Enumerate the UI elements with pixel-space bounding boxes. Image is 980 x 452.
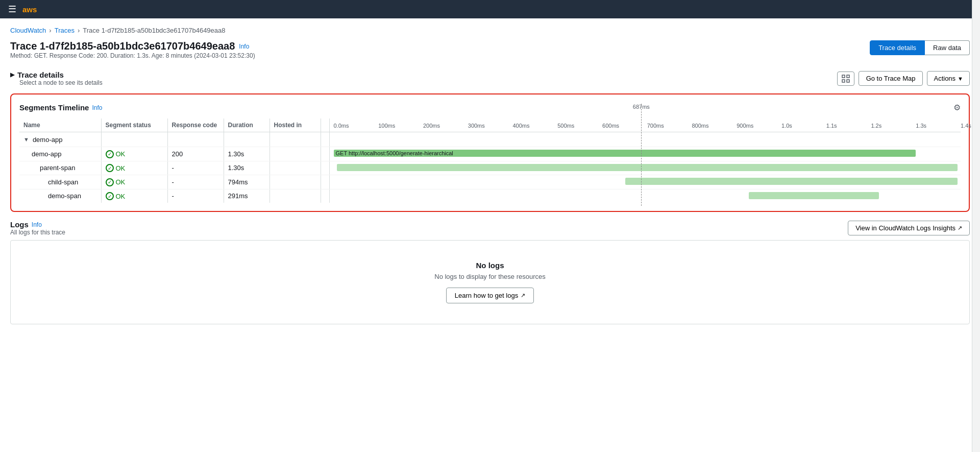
row-sep-demo-app bbox=[321, 147, 329, 161]
scale-1s: 1.0s bbox=[781, 123, 792, 129]
ok-label-parent: OK bbox=[116, 164, 126, 172]
row-name-parent-span: parent-span bbox=[19, 161, 101, 175]
trace-details-title: ▶ Trace details bbox=[10, 70, 103, 79]
page-header: Trace 1-d7f2b185-a50b1bdc3e61707b4649eaa… bbox=[10, 40, 970, 67]
logs-label: Logs bbox=[10, 220, 29, 229]
segments-timeline-box: Segments Timeline Info ⚙ Name Segment st… bbox=[10, 93, 970, 212]
row-timeline-demo-span bbox=[329, 189, 961, 203]
page-title: Trace 1-d7f2b185-a50b1bdc3e61707b4649eaa… bbox=[10, 40, 255, 52]
no-logs-title: No logs bbox=[476, 261, 504, 270]
row-status-parent-span: ✓ OK bbox=[101, 161, 167, 175]
timeline-bar-child-span bbox=[625, 178, 958, 185]
scrollbar[interactable] bbox=[972, 0, 980, 452]
segments-info-badge[interactable]: Info bbox=[92, 104, 102, 111]
row-name-demo-span: demo-span bbox=[19, 189, 101, 203]
row-response-parent-span: - bbox=[167, 161, 224, 175]
ok-label-child: OK bbox=[116, 178, 126, 186]
top-navigation-bar: ☰ aws bbox=[0, 0, 980, 18]
logs-header-row: Logs Info All logs for this trace View i… bbox=[10, 220, 970, 236]
row-name-demo-app: demo-app bbox=[19, 147, 101, 161]
col-header-hosted: Hosted in bbox=[270, 118, 321, 132]
row-name-demo-app-group: ▼ demo-app bbox=[19, 132, 101, 147]
row-hosted-demo-app bbox=[270, 147, 321, 161]
status-ok-badge-child: ✓ OK bbox=[106, 178, 126, 186]
col-header-response: Response code bbox=[167, 118, 224, 132]
info-badge[interactable]: Info bbox=[239, 43, 249, 50]
breadcrumb-sep-1: › bbox=[49, 27, 51, 34]
row-sep-demo-app-group bbox=[321, 132, 329, 147]
row-sep-parent-span bbox=[321, 161, 329, 175]
settings-icon[interactable]: ⚙ bbox=[953, 103, 961, 112]
ok-circle-icon: ✓ bbox=[106, 150, 114, 158]
row-response-child-span: - bbox=[167, 175, 224, 189]
svg-rect-2 bbox=[842, 80, 845, 82]
svg-rect-3 bbox=[847, 80, 849, 82]
actions-button[interactable]: Actions ▼ bbox=[927, 71, 970, 86]
scale-500ms: 500ms bbox=[557, 123, 574, 129]
col-header-timeline-scale: 0.0ms 100ms 200ms 300ms 400ms 500ms 600m… bbox=[329, 118, 961, 132]
trace-details-title-group: ▶ Trace details Select a node to see its… bbox=[10, 70, 103, 86]
scale-100ms: 100ms bbox=[378, 123, 395, 129]
row-duration-demo-app: 1.30s bbox=[224, 147, 270, 161]
ok-circle-icon-parent: ✓ bbox=[106, 164, 114, 172]
view-cloudwatch-insights-button[interactable]: View in CloudWatch Logs Insights ↗ bbox=[848, 221, 970, 235]
logs-subtitle: All logs for this trace bbox=[10, 229, 65, 236]
status-ok-badge-demo: ✓ OK bbox=[106, 192, 126, 200]
scale-1-4s: 1.4s bbox=[961, 123, 971, 129]
logs-section: Logs Info All logs for this trace View i… bbox=[10, 220, 970, 324]
row-name-child-span: child-span bbox=[19, 175, 101, 189]
fit-view-button[interactable] bbox=[837, 72, 854, 86]
status-ok-badge: ✓ OK bbox=[106, 150, 126, 158]
scale-700ms: 700ms bbox=[647, 123, 664, 129]
row-response-demo-app: 200 bbox=[167, 147, 224, 161]
table-row: ▼ demo-app 687ms bbox=[19, 132, 961, 147]
breadcrumb-trace-id: Trace 1-d7f2b185-a50b1bdc3e61707b4649eaa… bbox=[83, 27, 225, 34]
page-subtitle: Method: GET. Response Code: 200. Duratio… bbox=[10, 52, 255, 59]
raw-data-button[interactable]: Raw data bbox=[925, 40, 970, 55]
table-row: demo-app ✓ OK 200 1.30s GET bbox=[19, 147, 961, 161]
goto-trace-map-button[interactable]: Go to Trace Map bbox=[859, 71, 923, 86]
trace-details-subtitle: Select a node to see its details bbox=[19, 79, 103, 86]
trace-id-title: Trace 1-d7f2b185-a50b1bdc3e61707b4649eaa… bbox=[10, 40, 235, 52]
scale-900ms: 900ms bbox=[737, 123, 753, 129]
logs-section-title: Logs Info bbox=[10, 220, 65, 229]
row-timeline-demo-app-group: 687ms bbox=[329, 132, 961, 147]
scale-800ms: 800ms bbox=[692, 123, 708, 129]
logs-title-group: Logs Info All logs for this trace bbox=[10, 220, 65, 236]
chevron-down-icon: ▼ bbox=[958, 76, 963, 82]
scale-600ms: 600ms bbox=[602, 123, 619, 129]
scale-400ms: 400ms bbox=[512, 123, 529, 129]
row-hosted-child-span bbox=[270, 175, 321, 189]
row-status-child-span: ✓ OK bbox=[101, 175, 167, 189]
row-status-demo-span: ✓ OK bbox=[101, 189, 167, 203]
scale-0ms: 0.0ms bbox=[334, 123, 349, 129]
row-duration-demo-span: 291ms bbox=[224, 189, 270, 203]
ok-circle-icon-child: ✓ bbox=[106, 178, 114, 186]
hamburger-menu-icon[interactable]: ☰ bbox=[8, 4, 16, 15]
row-status-demo-app-group bbox=[101, 132, 167, 147]
breadcrumb-cloudwatch[interactable]: CloudWatch bbox=[10, 27, 46, 34]
timeline-bar-demo-app: GET http://localhost:5000/generate-hiera… bbox=[334, 150, 916, 157]
trace-details-button[interactable]: Trace details bbox=[870, 40, 925, 55]
expand-icon: ▶ bbox=[10, 72, 14, 78]
row-response-demo-app-group bbox=[167, 132, 224, 147]
row-duration-child-span: 794ms bbox=[224, 175, 270, 189]
view-insights-label: View in CloudWatch Logs Insights bbox=[855, 224, 955, 232]
learn-logs-label: Learn how to get logs bbox=[455, 292, 518, 299]
row-sep-demo-span bbox=[321, 189, 329, 203]
row-hosted-parent-span bbox=[270, 161, 321, 175]
page-title-group: Trace 1-d7f2b185-a50b1bdc3e61707b4649eaa… bbox=[10, 40, 255, 67]
bar-label-demo-app: GET http://localhost:5000/generate-hiera… bbox=[334, 150, 455, 157]
scale-300ms: 300ms bbox=[468, 123, 485, 129]
logs-info-badge[interactable]: Info bbox=[32, 221, 42, 228]
trace-details-section: ▶ Trace details Select a node to see its… bbox=[10, 70, 970, 86]
learn-how-to-get-logs-button[interactable]: Learn how to get logs ↗ bbox=[446, 288, 534, 303]
actions-label: Actions bbox=[934, 75, 955, 82]
timeline-bar-demo-span bbox=[749, 192, 879, 199]
col-header-name: Name bbox=[19, 118, 101, 132]
breadcrumb-sep-2: › bbox=[78, 27, 80, 34]
main-content: CloudWatch › Traces › Trace 1-d7f2b185-a… bbox=[0, 18, 980, 452]
collapse-arrow-icon[interactable]: ▼ bbox=[23, 136, 29, 142]
breadcrumb-traces[interactable]: Traces bbox=[55, 27, 75, 34]
table-row: child-span ✓ OK - 794ms bbox=[19, 175, 961, 189]
